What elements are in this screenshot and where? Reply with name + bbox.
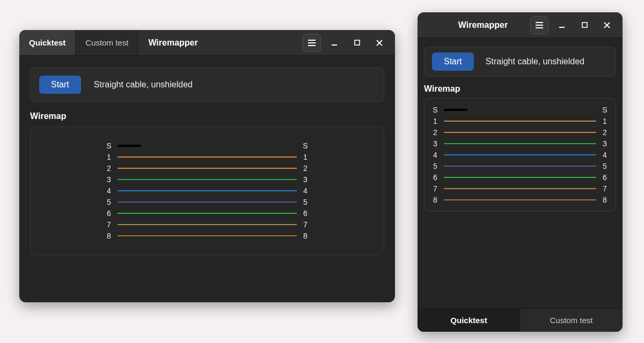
wire-row-5: 55 xyxy=(430,161,610,171)
maximize-button[interactable] xyxy=(346,30,368,56)
svg-line-5 xyxy=(377,40,382,46)
pin-left-6: 6 xyxy=(430,173,441,182)
pin-left-4: 4 xyxy=(430,151,441,159)
wire-2 xyxy=(118,168,297,169)
titlebar: Wiremapper xyxy=(418,12,623,38)
svg-rect-4 xyxy=(355,40,360,45)
pin-right-3: 3 xyxy=(599,139,610,148)
start-button[interactable]: Start xyxy=(39,76,81,94)
wire-row-8: 88 xyxy=(430,195,610,205)
minimize-button[interactable] xyxy=(551,12,573,38)
pin-left-7: 7 xyxy=(104,220,114,229)
wire-row-1: 11 xyxy=(430,116,610,126)
content: Start Straight cable, unshielded Wiremap… xyxy=(418,38,623,308)
window-wide: Quicktest Custom test Wiremapper Start S… xyxy=(19,30,395,302)
minimize-icon xyxy=(331,40,338,46)
hamburger-icon xyxy=(535,21,544,29)
close-button[interactable] xyxy=(596,12,618,38)
window-title: Wiremapper xyxy=(138,38,207,48)
wire-row-6: 66 xyxy=(430,173,610,182)
pin-right-shield: S xyxy=(300,141,311,150)
svg-line-6 xyxy=(377,40,382,46)
tab-quicktest[interactable]: Quicktest xyxy=(418,309,520,332)
section-title-wiremap: Wiremap xyxy=(30,111,384,121)
wire-8 xyxy=(118,235,297,236)
wire-3 xyxy=(118,179,297,180)
svg-rect-11 xyxy=(582,23,587,27)
close-button[interactable] xyxy=(368,30,391,56)
pin-left-shield: S xyxy=(104,141,114,150)
start-row: Start Straight cable, unshielded xyxy=(424,47,616,77)
pin-left-8: 8 xyxy=(104,232,114,240)
wire-row-2: 22 xyxy=(104,163,311,173)
pin-right-8: 8 xyxy=(300,232,311,240)
titlebar: Quicktest Custom test Wiremapper xyxy=(19,30,395,56)
wire-1 xyxy=(118,156,297,158)
titlebar-controls xyxy=(303,30,391,56)
maximize-icon xyxy=(582,22,588,28)
tabs-top: Quicktest Custom test xyxy=(19,30,138,55)
hamburger-menu-button[interactable] xyxy=(530,16,548,34)
window-narrow: Wiremapper Start Straight cable, unshiel… xyxy=(418,12,623,332)
wire-row-5: 55 xyxy=(104,197,311,207)
pin-right-5: 5 xyxy=(599,162,610,170)
wire-7 xyxy=(118,224,297,225)
pin-right-6: 6 xyxy=(599,173,610,182)
pin-right-1: 1 xyxy=(300,153,311,161)
pin-left-2: 2 xyxy=(430,128,441,137)
start-row: Start Straight cable, unshielded xyxy=(30,68,384,102)
start-button[interactable]: Start xyxy=(432,53,474,71)
wire-row-7: 77 xyxy=(430,184,610,193)
tab-quicktest[interactable]: Quicktest xyxy=(19,30,76,55)
pin-right-4: 4 xyxy=(599,151,610,159)
wire-row-1: 11 xyxy=(104,152,311,162)
wire-row-3: 33 xyxy=(104,175,311,184)
pin-right-7: 7 xyxy=(300,220,311,229)
wire-rows-wide: SS1122334455667788 xyxy=(104,141,311,241)
close-icon xyxy=(604,22,610,28)
pin-left-5: 5 xyxy=(430,162,441,170)
pin-left-3: 3 xyxy=(104,175,114,184)
window-title: Wiremapper xyxy=(436,20,530,30)
svg-rect-10 xyxy=(559,27,565,28)
wiremap: SS1122334455667788 xyxy=(429,105,611,205)
wire-6 xyxy=(444,177,596,178)
wire-row-2: 22 xyxy=(430,128,610,137)
pin-right-shield: S xyxy=(599,106,610,114)
titlebar-left: Quicktest Custom test Wiremapper xyxy=(19,30,208,55)
wiremap: SS1122334455667788 xyxy=(36,141,378,241)
maximize-icon xyxy=(354,40,360,46)
wire-6 xyxy=(118,213,297,214)
wire-row-6: 66 xyxy=(104,208,311,218)
pin-left-4: 4 xyxy=(104,187,114,195)
pin-right-6: 6 xyxy=(300,209,311,218)
wire-rows-narrow: SS1122334455667788 xyxy=(430,105,610,205)
wire-4 xyxy=(118,190,297,191)
wire-row-shield: SS xyxy=(104,141,311,151)
pin-left-7: 7 xyxy=(430,184,441,193)
wiremap-panel: SS1122334455667788 xyxy=(424,98,616,212)
pin-left-shield: S xyxy=(430,106,441,114)
pin-left-2: 2 xyxy=(104,164,114,173)
wire-row-3: 33 xyxy=(430,139,610,148)
hamburger-menu-button[interactable] xyxy=(303,34,321,52)
hamburger-icon xyxy=(308,39,316,47)
close-icon xyxy=(376,40,383,46)
wire-row-shield: SS xyxy=(430,105,610,115)
cable-status: Straight cable, unshielded xyxy=(486,57,584,66)
tab-customtest[interactable]: Custom test xyxy=(76,30,138,55)
pin-right-5: 5 xyxy=(300,198,311,206)
pin-left-3: 3 xyxy=(430,139,441,148)
minimize-icon xyxy=(559,22,565,28)
minimize-button[interactable] xyxy=(323,30,346,56)
tab-customtest[interactable]: Custom test xyxy=(520,309,623,332)
titlebar-controls xyxy=(530,12,618,38)
wire-2 xyxy=(444,132,596,133)
pin-right-2: 2 xyxy=(599,128,610,137)
pin-right-2: 2 xyxy=(300,164,311,173)
pin-right-7: 7 xyxy=(599,184,610,193)
maximize-button[interactable] xyxy=(573,12,596,38)
pin-left-8: 8 xyxy=(430,196,441,204)
section-title-wiremap: Wiremap xyxy=(424,84,616,94)
wire-8 xyxy=(444,199,596,200)
